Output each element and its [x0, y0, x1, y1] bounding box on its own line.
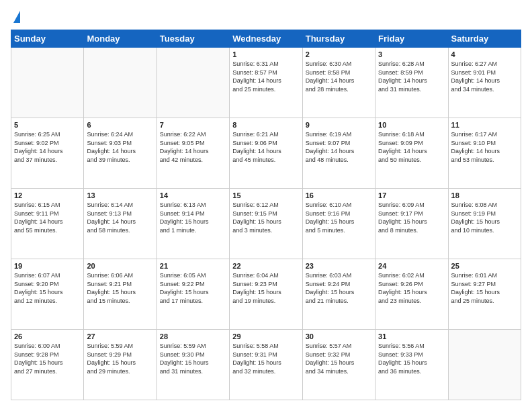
day-number: 1 — [232, 50, 299, 58]
day-number: 11 — [451, 121, 518, 129]
calendar-cell: 13Sunrise: 6:14 AMSunset: 9:13 PMDayligh… — [84, 189, 157, 259]
calendar-cell: 28Sunrise: 5:59 AMSunset: 9:30 PMDayligh… — [157, 330, 229, 400]
day-number: 19 — [14, 262, 81, 270]
calendar-cell: 4Sunrise: 6:27 AMSunset: 9:01 PMDaylight… — [448, 48, 521, 118]
calendar-week-4: 19Sunrise: 6:07 AMSunset: 9:20 PMDayligh… — [11, 259, 521, 330]
day-number: 28 — [160, 332, 226, 340]
calendar-cell: 16Sunrise: 6:10 AMSunset: 9:16 PMDayligh… — [302, 189, 375, 259]
day-number: 13 — [87, 191, 153, 199]
day-number: 18 — [451, 191, 518, 199]
page: SundayMondayTuesdayWednesdayThursdayFrid… — [0, 0, 532, 411]
weekday-header-monday: Monday — [84, 30, 157, 48]
day-number: 4 — [451, 50, 518, 58]
day-number: 14 — [160, 191, 226, 199]
day-info: Sunrise: 6:01 AMSunset: 9:27 PMDaylight:… — [451, 271, 518, 305]
day-info: Sunrise: 6:30 AMSunset: 8:58 PMDaylight:… — [306, 60, 372, 93]
day-info: Sunrise: 6:02 AMSunset: 9:26 PMDaylight:… — [378, 271, 445, 305]
day-info: Sunrise: 6:17 AMSunset: 9:10 PMDaylight:… — [451, 130, 518, 164]
calendar-cell: 6Sunrise: 6:24 AMSunset: 9:03 PMDaylight… — [84, 118, 157, 189]
calendar-cell: 29Sunrise: 5:58 AMSunset: 9:31 PMDayligh… — [230, 330, 302, 400]
calendar-cell: 17Sunrise: 6:09 AMSunset: 9:17 PMDayligh… — [375, 189, 448, 259]
calendar-cell: 12Sunrise: 6:15 AMSunset: 9:11 PMDayligh… — [11, 189, 84, 259]
day-info: Sunrise: 6:07 AMSunset: 9:20 PMDaylight:… — [14, 271, 81, 305]
calendar-cell: 25Sunrise: 6:01 AMSunset: 9:27 PMDayligh… — [448, 259, 521, 330]
day-number: 9 — [306, 121, 372, 129]
calendar-cell: 26Sunrise: 6:00 AMSunset: 9:28 PMDayligh… — [11, 330, 84, 400]
day-info: Sunrise: 6:00 AMSunset: 9:28 PMDaylight:… — [14, 342, 81, 375]
day-info: Sunrise: 6:05 AMSunset: 9:22 PMDaylight:… — [160, 271, 226, 305]
day-info: Sunrise: 6:19 AMSunset: 9:07 PMDaylight:… — [306, 130, 372, 164]
logo — [11, 11, 20, 23]
day-info: Sunrise: 6:31 AMSunset: 8:57 PMDaylight:… — [232, 60, 299, 93]
calendar-cell: 5Sunrise: 6:25 AMSunset: 9:02 PMDaylight… — [11, 118, 84, 189]
day-number: 24 — [378, 262, 445, 270]
day-info: Sunrise: 5:56 AMSunset: 9:33 PMDaylight:… — [378, 342, 445, 375]
day-number: 3 — [378, 50, 445, 58]
day-number: 26 — [14, 332, 81, 340]
weekday-header-row: SundayMondayTuesdayWednesdayThursdayFrid… — [11, 30, 521, 48]
calendar-table: SundayMondayTuesdayWednesdayThursdayFrid… — [11, 30, 521, 400]
calendar-week-5: 26Sunrise: 6:00 AMSunset: 9:28 PMDayligh… — [11, 330, 521, 400]
weekday-header-wednesday: Wednesday — [230, 30, 302, 48]
calendar-cell — [157, 48, 229, 118]
calendar-cell: 20Sunrise: 6:06 AMSunset: 9:21 PMDayligh… — [84, 259, 157, 330]
day-info: Sunrise: 5:59 AMSunset: 9:29 PMDaylight:… — [87, 342, 153, 375]
day-info: Sunrise: 6:09 AMSunset: 9:17 PMDaylight:… — [378, 201, 445, 234]
weekday-header-saturday: Saturday — [448, 30, 521, 48]
calendar-week-2: 5Sunrise: 6:25 AMSunset: 9:02 PMDaylight… — [11, 118, 521, 189]
weekday-header-tuesday: Tuesday — [157, 30, 229, 48]
day-number: 30 — [306, 332, 372, 340]
day-info: Sunrise: 6:10 AMSunset: 9:16 PMDaylight:… — [306, 201, 372, 234]
calendar-cell: 27Sunrise: 5:59 AMSunset: 9:29 PMDayligh… — [84, 330, 157, 400]
day-number: 5 — [14, 121, 81, 129]
day-info: Sunrise: 6:12 AMSunset: 9:15 PMDaylight:… — [232, 201, 299, 234]
calendar-cell — [448, 330, 521, 400]
day-number: 25 — [451, 262, 518, 270]
day-number: 17 — [378, 191, 445, 199]
calendar-cell: 9Sunrise: 6:19 AMSunset: 9:07 PMDaylight… — [302, 118, 375, 189]
day-info: Sunrise: 6:04 AMSunset: 9:23 PMDaylight:… — [232, 271, 299, 305]
calendar-cell: 1Sunrise: 6:31 AMSunset: 8:57 PMDaylight… — [230, 48, 302, 118]
calendar-cell: 2Sunrise: 6:30 AMSunset: 8:58 PMDaylight… — [302, 48, 375, 118]
calendar-cell: 11Sunrise: 6:17 AMSunset: 9:10 PMDayligh… — [448, 118, 521, 189]
weekday-header-sunday: Sunday — [11, 30, 84, 48]
day-info: Sunrise: 6:25 AMSunset: 9:02 PMDaylight:… — [14, 130, 81, 164]
logo-arrow-icon — [13, 11, 20, 23]
day-number: 6 — [87, 121, 153, 129]
day-number: 29 — [232, 332, 299, 340]
day-info: Sunrise: 5:58 AMSunset: 9:31 PMDaylight:… — [232, 342, 299, 375]
day-info: Sunrise: 6:13 AMSunset: 9:14 PMDaylight:… — [160, 201, 226, 234]
calendar-cell: 23Sunrise: 6:03 AMSunset: 9:24 PMDayligh… — [302, 259, 375, 330]
calendar-cell: 24Sunrise: 6:02 AMSunset: 9:26 PMDayligh… — [375, 259, 448, 330]
day-number: 31 — [378, 332, 445, 340]
day-number: 7 — [160, 121, 226, 129]
calendar-week-1: 1Sunrise: 6:31 AMSunset: 8:57 PMDaylight… — [11, 48, 521, 118]
calendar-cell: 3Sunrise: 6:28 AMSunset: 8:59 PMDaylight… — [375, 48, 448, 118]
day-number: 27 — [87, 332, 153, 340]
day-info: Sunrise: 6:03 AMSunset: 9:24 PMDaylight:… — [306, 271, 372, 305]
day-info: Sunrise: 6:27 AMSunset: 9:01 PMDaylight:… — [451, 60, 518, 93]
day-info: Sunrise: 6:15 AMSunset: 9:11 PMDaylight:… — [14, 201, 81, 234]
calendar-cell: 14Sunrise: 6:13 AMSunset: 9:14 PMDayligh… — [157, 189, 229, 259]
header — [11, 11, 521, 23]
day-info: Sunrise: 6:18 AMSunset: 9:09 PMDaylight:… — [378, 130, 445, 164]
weekday-header-thursday: Thursday — [302, 30, 375, 48]
day-info: Sunrise: 5:57 AMSunset: 9:32 PMDaylight:… — [306, 342, 372, 375]
calendar-cell — [11, 48, 84, 118]
day-info: Sunrise: 6:14 AMSunset: 9:13 PMDaylight:… — [87, 201, 153, 234]
day-number: 12 — [14, 191, 81, 199]
calendar-week-3: 12Sunrise: 6:15 AMSunset: 9:11 PMDayligh… — [11, 189, 521, 259]
calendar-cell: 18Sunrise: 6:08 AMSunset: 9:19 PMDayligh… — [448, 189, 521, 259]
day-info: Sunrise: 6:21 AMSunset: 9:06 PMDaylight:… — [232, 130, 299, 164]
calendar-cell: 22Sunrise: 6:04 AMSunset: 9:23 PMDayligh… — [230, 259, 302, 330]
day-info: Sunrise: 6:28 AMSunset: 8:59 PMDaylight:… — [378, 60, 445, 93]
calendar-cell: 10Sunrise: 6:18 AMSunset: 9:09 PMDayligh… — [375, 118, 448, 189]
calendar-cell: 8Sunrise: 6:21 AMSunset: 9:06 PMDaylight… — [230, 118, 302, 189]
day-info: Sunrise: 5:59 AMSunset: 9:30 PMDaylight:… — [160, 342, 226, 375]
calendar-cell — [84, 48, 157, 118]
day-info: Sunrise: 6:24 AMSunset: 9:03 PMDaylight:… — [87, 130, 153, 164]
calendar-cell: 19Sunrise: 6:07 AMSunset: 9:20 PMDayligh… — [11, 259, 84, 330]
calendar-cell: 31Sunrise: 5:56 AMSunset: 9:33 PMDayligh… — [375, 330, 448, 400]
day-number: 22 — [232, 262, 299, 270]
day-info: Sunrise: 6:06 AMSunset: 9:21 PMDaylight:… — [87, 271, 153, 305]
